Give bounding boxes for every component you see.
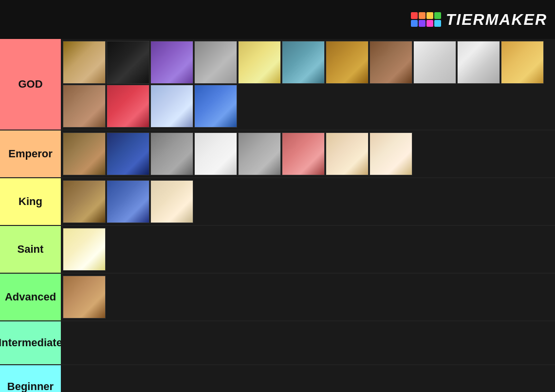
char-img	[239, 41, 280, 83]
tier-row-king: King	[0, 178, 555, 226]
tier-row-emperor: Emperor	[0, 131, 555, 178]
tier-label-intermediate: Intermediate	[0, 321, 61, 364]
char-slot	[107, 180, 149, 223]
char-slot	[63, 41, 106, 84]
char-img	[107, 85, 149, 127]
logo-area: TiERMAKER	[411, 11, 547, 29]
char-img	[195, 85, 237, 127]
logo-cell	[426, 12, 433, 19]
char-slot	[282, 132, 325, 175]
char-img	[195, 41, 237, 83]
char-slot	[413, 41, 456, 84]
tier-label-advanced: Advanced	[0, 274, 61, 320]
char-img	[458, 41, 500, 83]
logo-text: TiERMAKER	[446, 11, 547, 29]
char-slot	[238, 132, 281, 175]
tier-content-advanced	[61, 274, 555, 320]
char-slot	[282, 41, 325, 84]
char-img	[63, 85, 105, 127]
char-slot	[63, 180, 106, 223]
char-slot	[107, 132, 149, 175]
char-slot	[150, 180, 193, 223]
char-img	[63, 276, 105, 318]
tier-label-emperor: Emperor	[0, 131, 61, 177]
tier-row-god: GOD	[0, 39, 555, 131]
logo-cell	[411, 12, 418, 19]
tier-label-beginner: Beginner	[0, 365, 61, 392]
char-img	[107, 181, 149, 223]
char-slot	[326, 41, 369, 84]
char-img	[239, 133, 280, 175]
logo-cell	[426, 20, 433, 27]
logo-grid	[411, 12, 441, 27]
tier-content-beginner	[61, 365, 555, 392]
char-slot	[150, 132, 193, 175]
tier-content-god	[61, 39, 555, 130]
tier-row-beginner: Beginner	[0, 365, 555, 392]
char-img	[414, 41, 456, 83]
char-img	[151, 41, 193, 83]
char-slot	[194, 132, 237, 175]
tier-content-king	[61, 178, 555, 225]
char-img	[370, 133, 412, 175]
logo-cell	[411, 20, 418, 27]
logo-cell	[434, 20, 441, 27]
tier-row-advanced: Advanced	[0, 274, 555, 321]
char-slot	[194, 85, 237, 128]
tier-content-intermediate	[61, 321, 555, 364]
char-img	[151, 85, 193, 127]
char-img	[326, 133, 368, 175]
char-img	[107, 41, 149, 83]
char-img	[282, 133, 324, 175]
char-img	[63, 181, 105, 223]
char-slot	[326, 132, 369, 175]
tier-content-saint	[61, 226, 555, 273]
char-img	[63, 41, 105, 83]
char-slot	[107, 85, 149, 128]
char-slot	[501, 41, 544, 84]
char-slot	[107, 41, 149, 84]
char-img	[107, 133, 149, 175]
char-img	[63, 133, 105, 175]
char-slot	[457, 41, 500, 84]
char-slot	[370, 132, 412, 175]
char-img	[501, 41, 543, 83]
char-slot	[194, 41, 237, 84]
char-slot	[63, 132, 106, 175]
tier-label-god: GOD	[0, 39, 61, 130]
tier-label-king: King	[0, 178, 61, 225]
logo-cell	[419, 12, 426, 19]
tier-row-saint: Saint	[0, 226, 555, 274]
tier-content-emperor	[61, 131, 555, 177]
char-img	[63, 228, 105, 270]
char-slot	[63, 228, 106, 271]
char-slot	[238, 41, 281, 84]
char-img	[151, 133, 193, 175]
char-img	[326, 41, 368, 83]
char-slot	[370, 41, 412, 84]
char-slot	[63, 85, 106, 128]
tier-label-saint: Saint	[0, 226, 61, 273]
char-img	[151, 181, 193, 223]
char-slot	[63, 276, 106, 318]
char-slot	[150, 85, 193, 128]
char-img	[282, 41, 324, 83]
header: TiERMAKER	[0, 0, 555, 39]
tier-row-intermediate: Intermediate	[0, 321, 555, 365]
logo-cell	[434, 12, 441, 19]
char-slot	[150, 41, 193, 84]
char-img	[370, 41, 412, 83]
logo-cell	[419, 20, 426, 27]
char-img	[195, 133, 237, 175]
